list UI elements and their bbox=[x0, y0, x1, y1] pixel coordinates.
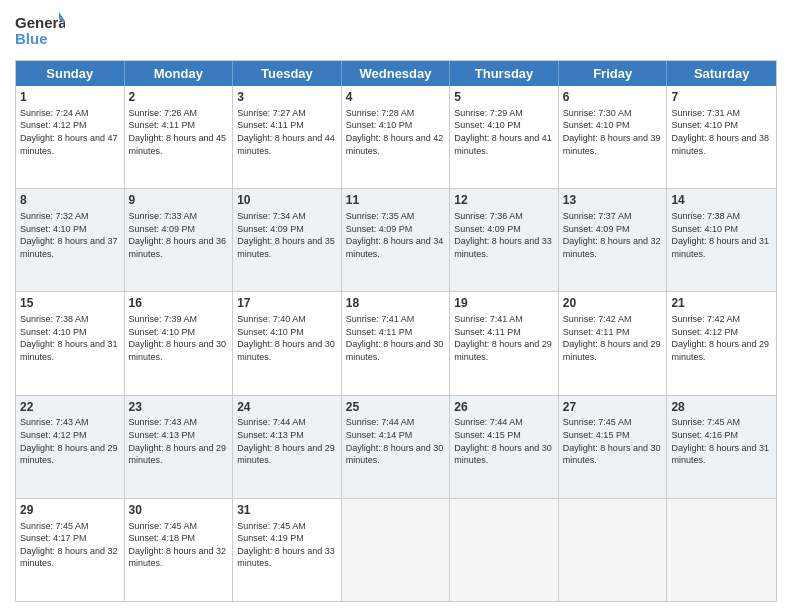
sunset-time: Sunset: 4:12 PM bbox=[20, 120, 87, 130]
daylight-hours: Daylight: 8 hours and 32 minutes. bbox=[563, 236, 661, 259]
calendar-day-13: 13 Sunrise: 7:37 AM Sunset: 4:09 PM Dayl… bbox=[559, 189, 668, 291]
day-number: 13 bbox=[563, 192, 663, 209]
daylight-hours: Daylight: 8 hours and 42 minutes. bbox=[346, 133, 444, 156]
logo-svg: General Blue bbox=[15, 10, 65, 52]
calendar-week-3: 15 Sunrise: 7:38 AM Sunset: 4:10 PM Dayl… bbox=[16, 292, 776, 395]
day-number: 26 bbox=[454, 399, 554, 416]
calendar-day-12: 12 Sunrise: 7:36 AM Sunset: 4:09 PM Dayl… bbox=[450, 189, 559, 291]
sunrise-time: Sunrise: 7:38 AM bbox=[20, 314, 89, 324]
daylight-hours: Daylight: 8 hours and 29 minutes. bbox=[129, 443, 227, 466]
sunrise-time: Sunrise: 7:44 AM bbox=[454, 417, 523, 427]
day-number: 18 bbox=[346, 295, 446, 312]
daylight-hours: Daylight: 8 hours and 30 minutes. bbox=[346, 339, 444, 362]
daylight-hours: Daylight: 8 hours and 30 minutes. bbox=[237, 339, 335, 362]
calendar-week-1: 1 Sunrise: 7:24 AM Sunset: 4:12 PM Dayli… bbox=[16, 86, 776, 189]
sunset-time: Sunset: 4:11 PM bbox=[129, 120, 196, 130]
daylight-hours: Daylight: 8 hours and 34 minutes. bbox=[346, 236, 444, 259]
sunrise-time: Sunrise: 7:30 AM bbox=[563, 108, 632, 118]
calendar-day-25: 25 Sunrise: 7:44 AM Sunset: 4:14 PM Dayl… bbox=[342, 396, 451, 498]
daylight-hours: Daylight: 8 hours and 33 minutes. bbox=[237, 546, 335, 569]
daylight-hours: Daylight: 8 hours and 30 minutes. bbox=[346, 443, 444, 466]
daylight-hours: Daylight: 8 hours and 38 minutes. bbox=[671, 133, 769, 156]
sunrise-time: Sunrise: 7:45 AM bbox=[20, 521, 89, 531]
sunset-time: Sunset: 4:10 PM bbox=[671, 120, 738, 130]
calendar-day-4: 4 Sunrise: 7:28 AM Sunset: 4:10 PM Dayli… bbox=[342, 86, 451, 188]
calendar-day-27: 27 Sunrise: 7:45 AM Sunset: 4:15 PM Dayl… bbox=[559, 396, 668, 498]
calendar-empty-cell bbox=[342, 499, 451, 601]
logo: General Blue bbox=[15, 10, 65, 52]
page: General Blue SundayMondayTuesdayWednesda… bbox=[0, 0, 792, 612]
sunrise-time: Sunrise: 7:27 AM bbox=[237, 108, 306, 118]
sunset-time: Sunset: 4:18 PM bbox=[129, 533, 196, 543]
day-number: 21 bbox=[671, 295, 772, 312]
daylight-hours: Daylight: 8 hours and 39 minutes. bbox=[563, 133, 661, 156]
day-number: 4 bbox=[346, 89, 446, 106]
calendar-day-16: 16 Sunrise: 7:39 AM Sunset: 4:10 PM Dayl… bbox=[125, 292, 234, 394]
calendar-day-9: 9 Sunrise: 7:33 AM Sunset: 4:09 PM Dayli… bbox=[125, 189, 234, 291]
calendar-day-3: 3 Sunrise: 7:27 AM Sunset: 4:11 PM Dayli… bbox=[233, 86, 342, 188]
day-number: 27 bbox=[563, 399, 663, 416]
sunset-time: Sunset: 4:13 PM bbox=[129, 430, 196, 440]
sunrise-time: Sunrise: 7:33 AM bbox=[129, 211, 198, 221]
calendar-weekday-sunday: Sunday bbox=[16, 61, 125, 86]
calendar-day-6: 6 Sunrise: 7:30 AM Sunset: 4:10 PM Dayli… bbox=[559, 86, 668, 188]
daylight-hours: Daylight: 8 hours and 36 minutes. bbox=[129, 236, 227, 259]
sunrise-time: Sunrise: 7:24 AM bbox=[20, 108, 89, 118]
sunrise-time: Sunrise: 7:28 AM bbox=[346, 108, 415, 118]
day-number: 19 bbox=[454, 295, 554, 312]
daylight-hours: Daylight: 8 hours and 45 minutes. bbox=[129, 133, 227, 156]
calendar: SundayMondayTuesdayWednesdayThursdayFrid… bbox=[15, 60, 777, 602]
sunset-time: Sunset: 4:09 PM bbox=[237, 224, 304, 234]
day-number: 30 bbox=[129, 502, 229, 519]
calendar-day-10: 10 Sunrise: 7:34 AM Sunset: 4:09 PM Dayl… bbox=[233, 189, 342, 291]
day-number: 17 bbox=[237, 295, 337, 312]
day-number: 12 bbox=[454, 192, 554, 209]
daylight-hours: Daylight: 8 hours and 30 minutes. bbox=[129, 339, 227, 362]
sunrise-time: Sunrise: 7:42 AM bbox=[671, 314, 740, 324]
calendar-day-18: 18 Sunrise: 7:41 AM Sunset: 4:11 PM Dayl… bbox=[342, 292, 451, 394]
sunrise-time: Sunrise: 7:39 AM bbox=[129, 314, 198, 324]
calendar-body: 1 Sunrise: 7:24 AM Sunset: 4:12 PM Dayli… bbox=[16, 86, 776, 601]
sunset-time: Sunset: 4:10 PM bbox=[563, 120, 630, 130]
svg-text:General: General bbox=[15, 14, 65, 31]
sunrise-time: Sunrise: 7:34 AM bbox=[237, 211, 306, 221]
day-number: 2 bbox=[129, 89, 229, 106]
sunrise-time: Sunrise: 7:32 AM bbox=[20, 211, 89, 221]
sunset-time: Sunset: 4:10 PM bbox=[454, 120, 521, 130]
sunset-time: Sunset: 4:10 PM bbox=[20, 224, 87, 234]
sunrise-time: Sunrise: 7:31 AM bbox=[671, 108, 740, 118]
sunset-time: Sunset: 4:09 PM bbox=[346, 224, 413, 234]
daylight-hours: Daylight: 8 hours and 41 minutes. bbox=[454, 133, 552, 156]
daylight-hours: Daylight: 8 hours and 37 minutes. bbox=[20, 236, 118, 259]
calendar-empty-cell bbox=[559, 499, 668, 601]
sunset-time: Sunset: 4:09 PM bbox=[454, 224, 521, 234]
sunrise-time: Sunrise: 7:43 AM bbox=[20, 417, 89, 427]
calendar-day-11: 11 Sunrise: 7:35 AM Sunset: 4:09 PM Dayl… bbox=[342, 189, 451, 291]
sunrise-time: Sunrise: 7:45 AM bbox=[237, 521, 306, 531]
sunset-time: Sunset: 4:17 PM bbox=[20, 533, 87, 543]
sunrise-time: Sunrise: 7:37 AM bbox=[563, 211, 632, 221]
calendar-day-7: 7 Sunrise: 7:31 AM Sunset: 4:10 PM Dayli… bbox=[667, 86, 776, 188]
calendar-day-23: 23 Sunrise: 7:43 AM Sunset: 4:13 PM Dayl… bbox=[125, 396, 234, 498]
sunrise-time: Sunrise: 7:44 AM bbox=[346, 417, 415, 427]
day-number: 29 bbox=[20, 502, 120, 519]
sunset-time: Sunset: 4:10 PM bbox=[237, 327, 304, 337]
sunset-time: Sunset: 4:09 PM bbox=[563, 224, 630, 234]
calendar-weekday-thursday: Thursday bbox=[450, 61, 559, 86]
sunrise-time: Sunrise: 7:45 AM bbox=[129, 521, 198, 531]
sunset-time: Sunset: 4:10 PM bbox=[20, 327, 87, 337]
calendar-week-5: 29 Sunrise: 7:45 AM Sunset: 4:17 PM Dayl… bbox=[16, 499, 776, 601]
day-number: 16 bbox=[129, 295, 229, 312]
sunrise-time: Sunrise: 7:42 AM bbox=[563, 314, 632, 324]
calendar-day-21: 21 Sunrise: 7:42 AM Sunset: 4:12 PM Dayl… bbox=[667, 292, 776, 394]
calendar-weekday-friday: Friday bbox=[559, 61, 668, 86]
sunrise-time: Sunrise: 7:36 AM bbox=[454, 211, 523, 221]
day-number: 25 bbox=[346, 399, 446, 416]
day-number: 14 bbox=[671, 192, 772, 209]
calendar-day-20: 20 Sunrise: 7:42 AM Sunset: 4:11 PM Dayl… bbox=[559, 292, 668, 394]
calendar-day-2: 2 Sunrise: 7:26 AM Sunset: 4:11 PM Dayli… bbox=[125, 86, 234, 188]
calendar-weekday-saturday: Saturday bbox=[667, 61, 776, 86]
day-number: 7 bbox=[671, 89, 772, 106]
sunrise-time: Sunrise: 7:35 AM bbox=[346, 211, 415, 221]
daylight-hours: Daylight: 8 hours and 31 minutes. bbox=[671, 443, 769, 466]
